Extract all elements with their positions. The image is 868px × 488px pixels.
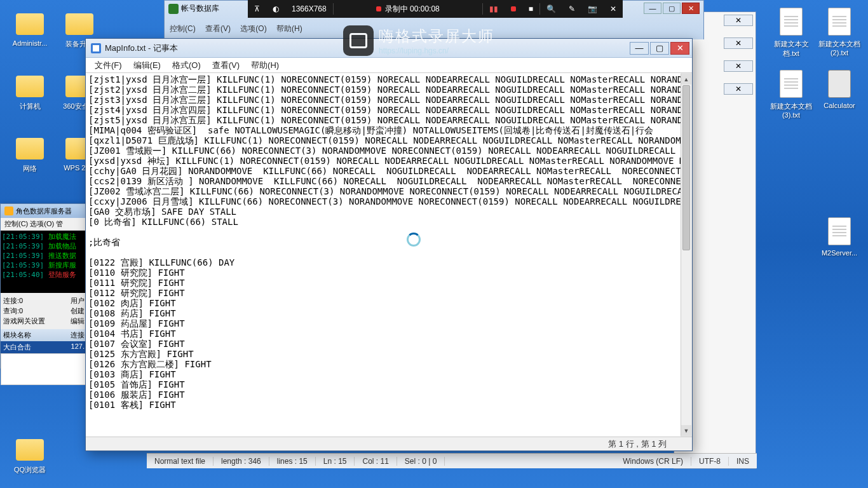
desktop-icon[interactable]: QQ浏览器 (8, 432, 52, 475)
editor-line[interactable]: [0101 客栈] FIGHT (88, 400, 678, 410)
notepad-window: MapInfo.txt - 记事本 — ▢ ✕ 文件(F) 编辑(E) 格式(O… (85, 38, 693, 451)
window-title: MapInfo.txt - 记事本 (105, 43, 630, 54)
menubar[interactable]: 控制(C) 选项(O) 管 (1, 218, 87, 231)
record-icon[interactable] (505, 0, 522, 18)
desktop-icon[interactable]: 计算机 (8, 69, 52, 111)
loading-spinner-icon (407, 233, 421, 247)
close-button[interactable]: ✕ (682, 3, 700, 14)
desktop-icon[interactable]: 新建文本文档 (2).txt (817, 6, 862, 57)
close-button[interactable]: ✕ (670, 42, 689, 55)
editor-line[interactable]: [0102 肉店] FIGHT (88, 298, 678, 308)
tab-close-icon[interactable]: ✕ (724, 37, 753, 49)
editor-line[interactable] (88, 227, 678, 237)
desktop-icon-label: 新建文本文档.txt (769, 39, 813, 58)
tab-close-icon[interactable]: ✕ (724, 83, 753, 95)
minimize-button[interactable]: — (630, 42, 649, 55)
editor-line[interactable]: [0108 药店] FIGHT (88, 308, 678, 318)
editor-line[interactable]: [0122 宫殿] KILLFUNC(66) DAY (88, 257, 678, 268)
pause-icon[interactable]: ▮▮ (483, 0, 505, 18)
editor-line[interactable]: [0110 研究院] FIGHT (88, 268, 678, 278)
pin-icon[interactable]: ⊼ (248, 0, 266, 18)
maximize-button[interactable]: ▢ (650, 42, 669, 55)
desktop-icon-label: 网络 (8, 164, 52, 173)
desktop-icon-label: Calculator (817, 102, 862, 109)
editor-line[interactable]: [qxzl1|D5071 巨鹿战场] KILLFUNC(1) NORECONNE… (88, 135, 678, 146)
stats-panel: 连接:0用户查询:0创建游戏网关设置编辑 (1, 293, 87, 329)
search-icon[interactable]: 🔍 (540, 0, 562, 18)
menu-edit[interactable]: 编辑(E) (128, 58, 166, 72)
module-row[interactable]: 大白合击127. (1, 341, 87, 353)
tab-close-icon[interactable]: ✕ (724, 15, 753, 26)
desktop-icon-label: M2Server... (817, 249, 862, 257)
editor-line[interactable]: [0103 商店] FIGHT (88, 369, 678, 379)
editor-line[interactable]: [GA0 交易市场] SAFE DAY STALL (88, 207, 678, 217)
desktop-icon-label: QQ浏览器 (8, 465, 52, 475)
log-output: [21:05:39] 加载魔法[21:05:39] 加载物品[21:05:39]… (1, 231, 87, 293)
editor-line[interactable]: [zjst1|yxsd 日月冰宫一层] KILLFUNC(1) NORECONN… (88, 74, 678, 85)
close-icon[interactable]: ✕ (604, 0, 623, 18)
editor-line[interactable]: [zjst5|yxsd 日月冰宫五层] KILLFUNC(1) NORECONN… (88, 115, 678, 125)
editor-line[interactable]: [JZ002 雪域冰宫二层] KILLFUNC(66) NORECONNECT(… (88, 186, 678, 196)
editor-line[interactable]: [0105 首饰店] FIGHT (88, 379, 678, 390)
window-title: 帐号数据库 (181, 3, 219, 14)
desktop-icon-label: 新建文本文档 (3).txt (769, 102, 813, 119)
menubar[interactable]: 控制(C) 查看(V) 选项(O) 帮助(H) (170, 24, 310, 34)
editor-line[interactable]: [MIMA|q004 密码验证区] safe NOTALLOWUSEMAGIC(… (88, 125, 678, 135)
editor-line[interactable]: [yxsd|yxsd 神坛] KILLFUNC(1) NORECONNECT(0… (88, 156, 678, 166)
editor-line[interactable]: [0104 书店] FIGHT (88, 329, 678, 339)
menu-view[interactable]: 查看(V) (207, 58, 245, 72)
module-list (1, 353, 87, 385)
recording-status: 录制中 00:00:08 (334, 0, 482, 18)
desktop-icon[interactable]: Calculator (817, 69, 862, 109)
desktop-icon-label: 新建文本文档 (2).txt (817, 39, 862, 57)
editor-line[interactable]: [0106 服装店] FIGHT (88, 390, 678, 400)
scroll-down-icon[interactable]: ▼ (681, 425, 691, 436)
minimize-button[interactable]: — (644, 3, 661, 14)
app-icon (4, 207, 13, 215)
menu-help[interactable]: 帮助(H) (246, 58, 284, 72)
titlebar[interactable]: MapInfo.txt - 记事本 — ▢ ✕ (86, 39, 692, 58)
editor-line[interactable]: [JZ001 雪域殿一] KILLFUNC(66) NORECONNECT(3)… (88, 146, 678, 156)
editor-line[interactable]: [0126 东方宫殿二楼] FIGHT (88, 359, 678, 369)
statusbar: 第 1 行 , 第 1 列 (86, 437, 692, 451)
menubar[interactable]: 文件(F) 编辑(E) 格式(O) 查看(V) 帮助(H) (86, 58, 692, 73)
editor-line[interactable]: [ccxy|JZ006 日月雪域] KILLFUNC(66) NORECONNE… (88, 196, 678, 207)
desktop-icon[interactable]: Administr... (8, 6, 52, 47)
record-indicator-icon (376, 6, 381, 11)
text-editor[interactable]: [zjst1|yxsd 日月冰宫一层] KILLFUNC(1) NORECONN… (86, 73, 692, 437)
tab-close-icon[interactable]: ✕ (724, 60, 753, 72)
editor-line[interactable]: [zjst3|yxsd 日月冰宫三层] KILLFUNC(1) NORECONN… (88, 95, 678, 105)
desktop-icon-label: 计算机 (8, 102, 52, 111)
stop-icon[interactable]: ■ (522, 0, 539, 18)
editor-line[interactable]: [0 比奇省] KILLFUNC(66) STALL (88, 217, 678, 227)
editor-line[interactable]: [ccs2|0139 新区活动 ] NORANDOMMOVE KILLFUNC(… (88, 176, 678, 186)
maximize-button[interactable]: ▢ (663, 3, 681, 14)
editor-line[interactable] (88, 247, 678, 257)
editor-line[interactable]: [0109 药品屋] FIGHT (88, 318, 678, 329)
role-db-server-window: 角色数据库服务器 控制(C) 选项(O) 管 [21:05:39] 加载魔法[2… (0, 203, 88, 369)
menu-format[interactable]: 格式(O) (167, 58, 206, 72)
editor-line[interactable]: [0125 东方宫殿] FIGHT (88, 349, 678, 359)
window-title: 角色数据库服务器 (16, 207, 72, 216)
desktop-icon[interactable]: 新建文本文档 (3).txt (769, 69, 813, 119)
editor-line[interactable]: [0107 会议室] FIGHT (88, 339, 678, 349)
screen-recorder-bar[interactable]: ⊼ ◐ 1366X768 录制中 00:00:08 ▮▮ ■ 🔍 ✎ 📷 ✕ (248, 0, 623, 18)
app-icon (168, 4, 179, 14)
desktop-icon[interactable]: 新建文本文档.txt (769, 6, 813, 58)
scrollbar-vertical[interactable]: ▲ ▼ (681, 74, 691, 436)
desktop-icon[interactable]: M2Server... (817, 216, 862, 257)
contrast-icon[interactable]: ◐ (266, 0, 285, 18)
scroll-up-icon[interactable]: ▲ (681, 74, 691, 85)
desktop-icon[interactable]: 网络 (8, 131, 52, 173)
editor-line[interactable]: ;比奇省 (88, 237, 678, 247)
menu-file[interactable]: 文件(F) (90, 58, 127, 72)
editor-line[interactable]: [0111 研究院] FIGHT (88, 278, 678, 288)
camera-icon[interactable]: 📷 (581, 0, 604, 18)
notepad-icon (91, 43, 101, 53)
pencil-icon[interactable]: ✎ (562, 0, 581, 18)
editor-line[interactable]: [zjst4|yxsd 日月冰宫四层] KILLFUNC(1) NORECONN… (88, 105, 678, 115)
scroll-thumb[interactable] (682, 85, 690, 250)
editor-line[interactable]: [0112 研究院] FIGHT (88, 288, 678, 298)
editor-line[interactable]: [zjst2|yxsd 日月冰宫二层] KILLFUNC(1) NORECONN… (88, 85, 678, 95)
editor-line[interactable]: [cchy|GA0 日月花园] NORANDOMMOVE KILLFUNC(66… (88, 166, 678, 176)
